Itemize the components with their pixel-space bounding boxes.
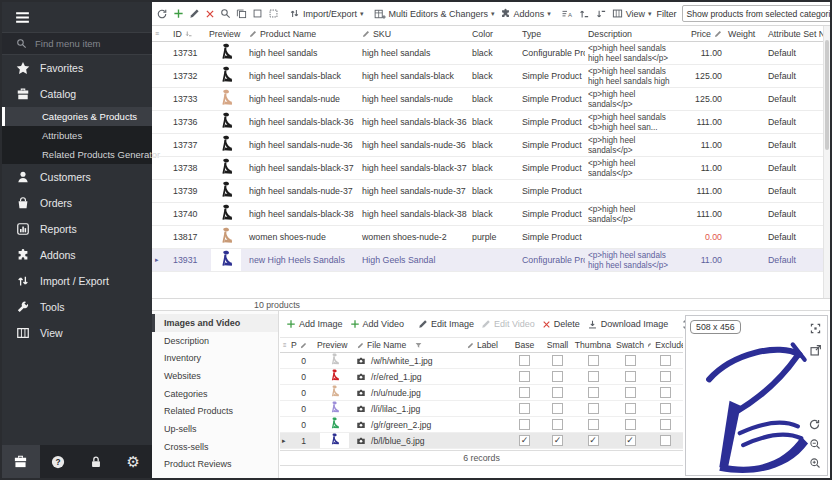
- sidebar-item-orders[interactable]: Orders: [2, 190, 152, 216]
- small-checkbox[interactable]: [552, 371, 563, 382]
- column-header-preview[interactable]: Preview: [314, 340, 354, 350]
- small-checkbox[interactable]: ✓: [552, 435, 563, 446]
- product-row-13738[interactable]: 13738high heel sandals-black-37high heel…: [152, 157, 823, 180]
- sidebar-item-view[interactable]: View: [2, 320, 152, 346]
- swatch-checkbox[interactable]: [625, 355, 636, 366]
- exclude-checkbox[interactable]: [660, 435, 671, 446]
- product-row-13817[interactable]: 13817women shoes-nudewomen shoes-nude-2p…: [152, 226, 823, 249]
- delete-image-button[interactable]: Delete: [542, 319, 580, 329]
- copy-button[interactable]: [236, 8, 247, 19]
- column-header-base[interactable]: Base: [508, 340, 541, 350]
- column-header-product-name[interactable]: Product Name: [246, 29, 359, 39]
- thumbnail-checkbox[interactable]: [588, 403, 599, 414]
- product-row-13736[interactable]: 13736high heel sandals-black-36high heel…: [152, 111, 823, 134]
- small-checkbox[interactable]: [552, 355, 563, 366]
- thumbnail-checkbox[interactable]: [588, 419, 599, 430]
- menu-search-input[interactable]: [35, 38, 135, 49]
- refresh-button[interactable]: [156, 8, 168, 20]
- column-header-p[interactable]: P: [288, 340, 314, 350]
- sidebar-item-attributes[interactable]: Attributes: [2, 126, 152, 145]
- expand-button[interactable]: [578, 8, 590, 20]
- product-row-13739[interactable]: 13739high heel sandals-nude-37high heel …: [152, 180, 823, 203]
- tab-related-products[interactable]: Related Products: [152, 402, 278, 420]
- add-product-button[interactable]: [173, 8, 184, 19]
- swatch-checkbox[interactable]: ✓: [625, 435, 636, 446]
- sort-attributes-button[interactable]: A: [561, 8, 573, 20]
- column-header-thumbna[interactable]: Thumbna: [574, 340, 612, 350]
- rotate-button[interactable]: [808, 418, 821, 431]
- zoom-in-button[interactable]: [809, 457, 821, 469]
- column-header-swatch[interactable]: Swatch: [612, 340, 648, 350]
- base-checkbox[interactable]: [519, 419, 530, 430]
- collapse-button[interactable]: [595, 8, 607, 20]
- edit-image-button[interactable]: Edit Image: [418, 319, 474, 329]
- column-header-file-name[interactable]: File Name: [354, 340, 464, 350]
- addons-menu[interactable]: Addons ▾: [500, 8, 551, 19]
- paste-button[interactable]: [268, 8, 279, 19]
- product-row-13740[interactable]: 13740high heel sandals-black-38high heel…: [152, 203, 823, 226]
- multi-editors-menu[interactable]: Multi Editors & Changers ▾: [374, 8, 495, 20]
- image-row-red_1.jpg[interactable]: 0/r/e/red_1.jpg: [280, 369, 683, 385]
- download-image-button[interactable]: Download Image: [587, 319, 669, 330]
- column-header-small[interactable]: Small: [541, 340, 574, 350]
- sidebar-item-related-products-generator[interactable]: Related Products Generator: [2, 145, 152, 164]
- swatch-checkbox[interactable]: [625, 403, 636, 414]
- swatch-checkbox[interactable]: [625, 387, 636, 398]
- image-row-blue_6.jpg[interactable]: ▸1/b/l/blue_6.jpg✓✓✓✓: [280, 433, 683, 449]
- catalog-shortcut-button[interactable]: [2, 445, 40, 478]
- column-header-description[interactable]: Description: [585, 29, 680, 39]
- product-row-13731[interactable]: 13731high heel sandalshigh heel sandalsb…: [152, 42, 823, 65]
- import-export-menu[interactable]: Import/Export ▾: [289, 8, 364, 19]
- image-row-green_2.jpg[interactable]: 0/g/r/green_2.jpg: [280, 417, 683, 433]
- base-checkbox[interactable]: [519, 355, 530, 366]
- settings-button[interactable]: ⚙: [115, 445, 153, 478]
- sidebar-item-addons[interactable]: Addons: [2, 242, 152, 268]
- delete-product-button[interactable]: [205, 9, 215, 19]
- sidebar-item-catalog[interactable]: Catalog: [2, 81, 152, 107]
- vertical-scrollbar[interactable]: [823, 26, 830, 298]
- exclude-checkbox[interactable]: [660, 387, 671, 398]
- tab-categories[interactable]: Categories: [152, 385, 278, 403]
- swatch-checkbox[interactable]: [625, 419, 636, 430]
- sidebar-item-import-export[interactable]: Import / Export: [2, 268, 152, 294]
- column-header-exclude[interactable]: Exclude: [648, 340, 683, 350]
- tab-description[interactable]: Description: [152, 332, 278, 350]
- small-checkbox[interactable]: [552, 403, 563, 414]
- column-header-type[interactable]: Type: [519, 29, 585, 39]
- sidebar-item-categories-products[interactable]: Categories & Products: [2, 107, 152, 126]
- column-header-sku[interactable]: SKU: [359, 29, 469, 39]
- column-header-attribute-set-name[interactable]: Attribute Set Name: [765, 29, 823, 39]
- help-button[interactable]: ?: [40, 445, 78, 478]
- base-checkbox[interactable]: ✓: [519, 435, 530, 446]
- thumbnail-checkbox[interactable]: [588, 371, 599, 382]
- product-row-13931[interactable]: ▸13931new High Heels SandalsHigh Geels S…: [152, 249, 823, 272]
- product-row-13732[interactable]: 13732high heel sandals-blackhigh heel sa…: [152, 65, 823, 88]
- exclude-checkbox[interactable]: [660, 371, 671, 382]
- sidebar-item-favorites[interactable]: Favorites: [2, 55, 152, 81]
- sidebar-item-reports[interactable]: Reports: [2, 216, 152, 242]
- small-checkbox[interactable]: [552, 387, 563, 398]
- column-header-price[interactable]: Price: [680, 29, 725, 39]
- thumbnail-checkbox[interactable]: [588, 355, 599, 366]
- image-row-lilac_1.jpg[interactable]: 0/l/i/lilac_1.jpg: [280, 401, 683, 417]
- column-header-label[interactable]: Label: [464, 340, 508, 350]
- search-products-button[interactable]: [220, 8, 231, 19]
- sidebar-item-tools[interactable]: Tools: [2, 294, 152, 320]
- tab-websites[interactable]: Websites: [152, 367, 278, 385]
- column-header-color[interactable]: Color: [469, 29, 519, 39]
- product-row-13733[interactable]: 13733high heel sandals-nudehigh heel san…: [152, 88, 823, 111]
- base-checkbox[interactable]: [519, 403, 530, 414]
- base-checkbox[interactable]: [519, 371, 530, 382]
- swatch-checkbox[interactable]: [625, 371, 636, 382]
- sidebar-item-customers[interactable]: Customers: [2, 164, 152, 190]
- tab-inventory[interactable]: Inventory: [152, 349, 278, 367]
- fit-to-screen-button[interactable]: [809, 322, 822, 335]
- edit-product-button[interactable]: [189, 8, 200, 19]
- tab-cross-sells[interactable]: Cross-sells: [152, 438, 278, 456]
- exclude-checkbox[interactable]: [660, 403, 671, 414]
- exclude-checkbox[interactable]: [660, 419, 671, 430]
- exclude-checkbox[interactable]: [660, 355, 671, 366]
- scrollbar-thumb[interactable]: [825, 40, 829, 150]
- menu-toggle-button[interactable]: [2, 2, 152, 32]
- thumbnail-checkbox[interactable]: [588, 387, 599, 398]
